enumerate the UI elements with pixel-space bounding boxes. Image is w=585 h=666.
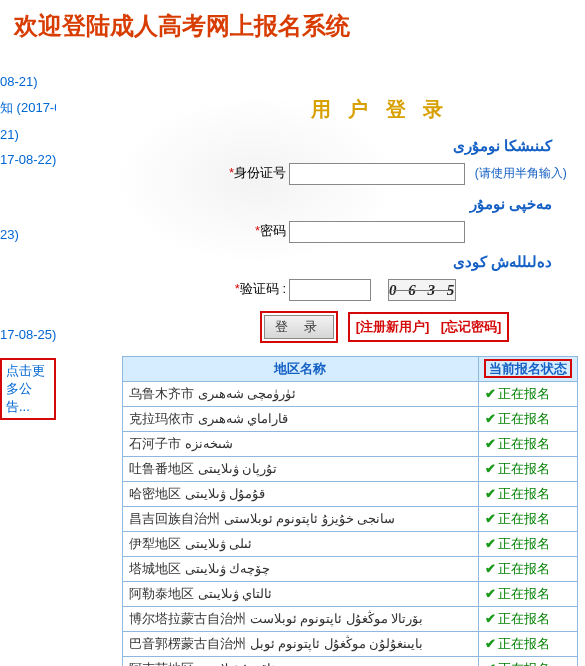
page-title: 欢迎登陆成人高考网上报名系统	[14, 10, 585, 42]
